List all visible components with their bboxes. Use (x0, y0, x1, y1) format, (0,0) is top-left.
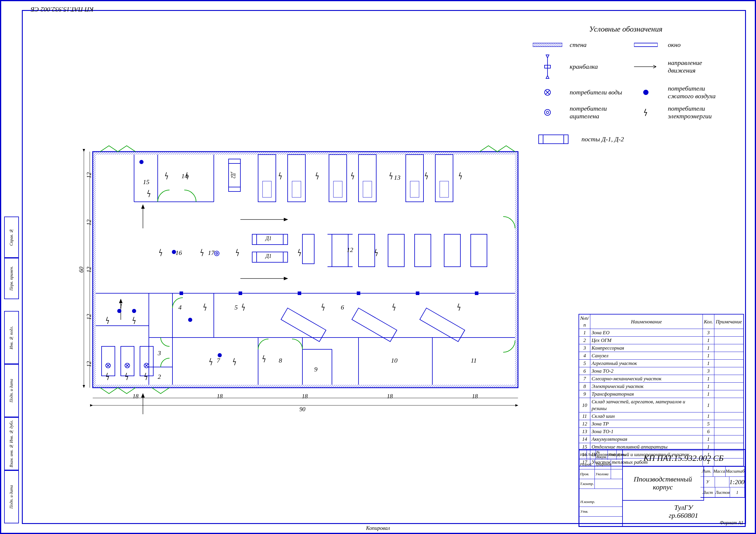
dim-v: 12 (86, 219, 93, 225)
dim-v: 12 (86, 314, 93, 320)
room-label: 9 (314, 366, 317, 373)
post-label: Д2 (230, 172, 236, 178)
stamp-cell: Инв. № подл. (4, 311, 19, 364)
approval-grid: Н.контр. Утв. (580, 497, 623, 526)
drawing-title: Ппоизводственный корпус (622, 466, 704, 501)
th-num: №п/п (579, 314, 590, 329)
stamp-cell: Подп. и дата (4, 364, 19, 417)
table-row: 8Электрический участок1 (579, 383, 743, 390)
footer-text: Копировал (366, 525, 390, 531)
legend-label: посты Д-1, Д-2 (581, 136, 722, 143)
dim-overall-h: 60 (78, 267, 85, 273)
legend-label: окно (668, 41, 722, 49)
table-row: 3Компрессорная1 (579, 344, 743, 352)
legend-label: потребители электроэнергии (668, 105, 722, 120)
room-label: 5 (234, 304, 238, 311)
table-row: 11Склад шин1 (579, 413, 743, 420)
drawing-sheet: КП ПАТ.15.932.002 СБ Инв. № подл. Подп. … (0, 0, 756, 534)
right-info: Лит.МассаМасштаб У1:200 ЛистЛистов1 (700, 466, 745, 498)
stamp-cell: Перв. примен. (4, 258, 19, 299)
elec-symbol-icon (628, 108, 663, 117)
floor-plan: 1 2 3 4 5 6 7 8 9 10 11 12 13 14 15 16 1… (75, 143, 536, 444)
table-row: 9Трансформаторная1 (579, 390, 743, 398)
legend-label: направление движения (668, 59, 722, 74)
stamp-cell: Справ. № (4, 216, 19, 258)
wall-symbol-icon (530, 42, 565, 47)
th-qty: Кол. (703, 314, 714, 329)
window-symbol-icon (628, 42, 663, 47)
th-name: Наименование (590, 314, 703, 329)
dim-h: 18 (133, 393, 139, 400)
room-label: 12 (347, 246, 353, 254)
post-symbol-icon (530, 132, 577, 147)
stamp-cell: Взам. инв. № Инв. № дубл. (4, 417, 19, 470)
room-label: 10 (391, 357, 397, 364)
title-block: ИзмЛист№ докум.Подп.Дата Разраб.Трифонов… (579, 449, 746, 527)
room-label: 15 (143, 178, 149, 186)
room-label: 17 (208, 249, 214, 257)
post-label: Д1 (265, 236, 271, 242)
legend-label: кранбалка (570, 63, 624, 70)
dim-v: 12 (86, 361, 93, 367)
legend-title: Условные обозначения (530, 25, 722, 34)
air-symbol-icon (628, 88, 663, 97)
room-label: 16 (176, 249, 182, 257)
room-label: 2 (158, 373, 161, 381)
revision-grid: ИзмЛист№ докум.Подп.Дата Разраб.Трифонов… (580, 450, 623, 497)
stamp-cell: Подп. и дата (4, 470, 19, 523)
table-row: 14Аккумуляторная1 (579, 436, 743, 443)
legend-label: стена (570, 41, 624, 49)
table-row: 2Цех ОГМ1 (579, 337, 743, 344)
table-row: 4Санузел1 (579, 352, 743, 360)
room-label: 7 (217, 357, 220, 364)
svg-rect-0 (533, 43, 562, 47)
binding-stamp-upper: Справ. № Перв. примен. (4, 216, 19, 299)
table-row: 7Слесарно-механический участок1 (579, 375, 743, 383)
dim-h: 18 (217, 393, 223, 400)
organization: ТулГУ гр.660801 Формат А1 (622, 497, 745, 526)
binding-stamp: Инв. № подл. Подп. и дата Взам. инв. № И… (4, 311, 19, 523)
svg-point-6 (546, 111, 549, 114)
room-label: 8 (279, 357, 282, 364)
dim-h: 18 (387, 393, 393, 400)
room-label: 11 (471, 357, 477, 364)
room-label: 6 (341, 304, 344, 311)
dim-h: 18 (302, 393, 308, 400)
format-label: Формат А1 (720, 520, 743, 525)
legend-label: потребители сжатого воздуха (668, 85, 722, 100)
doc-number-rotated: КП ПАТ.15.932.002 СБ (31, 6, 94, 13)
specification-table: №п/п Наименование Кол. Примечание 1Зона … (579, 314, 744, 467)
table-row: 1Зона ЕО3 (579, 329, 743, 337)
room-label: 13 (394, 174, 400, 181)
dim-overall-w: 90 (299, 406, 305, 413)
room-label: 1 (119, 302, 122, 310)
doc-number: КП ПАТ.15.932.002 СБ (622, 450, 745, 467)
room-label: 14 (181, 172, 188, 180)
room-label: 4 (178, 304, 182, 311)
table-row: 5Агрегатный участок1 (579, 360, 743, 367)
svg-point-5 (545, 110, 551, 115)
arrow-symbol-icon (628, 64, 663, 70)
svg-rect-1 (634, 43, 658, 47)
dim-h: 18 (472, 393, 478, 400)
legend: Условные обозначения стена окно кранбалк… (530, 25, 722, 151)
table-row: 6Зона ТО-23 (579, 367, 743, 375)
legend-label: потребители ацителена (570, 105, 624, 120)
dim-v: 12 (86, 172, 93, 178)
dim-v: 12 (86, 267, 93, 273)
legend-label: потребители воды (570, 89, 624, 96)
acet-symbol-icon (530, 108, 565, 117)
table-row: 13Зона ТО-16 (579, 428, 743, 436)
table-row: 10Склад запчастей, агрегатов, материалов… (579, 398, 743, 413)
crane-symbol-icon (530, 53, 565, 80)
svg-point-4 (643, 90, 649, 95)
water-symbol-icon (530, 88, 565, 97)
room-label: 3 (158, 349, 161, 357)
th-note: Примечание (715, 314, 744, 329)
post-label: Д1 (265, 253, 271, 259)
table-row: 12Зона ТР5 (579, 420, 743, 428)
